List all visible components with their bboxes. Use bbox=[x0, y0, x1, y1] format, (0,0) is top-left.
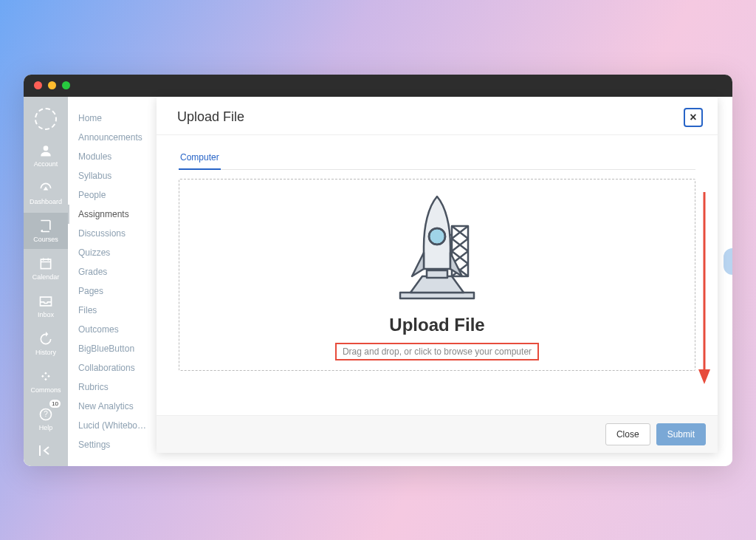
rocket-icon bbox=[371, 189, 504, 307]
course-link-pages[interactable]: Pages bbox=[68, 281, 157, 301]
nav-label: Courses bbox=[33, 236, 58, 243]
file-dropzone[interactable]: Upload File Drag and drop, or click to b… bbox=[179, 179, 695, 371]
course-link-settings[interactable]: Settings bbox=[68, 435, 157, 454]
nav-label: Inbox bbox=[38, 311, 54, 318]
nav-label: History bbox=[35, 349, 56, 356]
course-link-syllabus[interactable]: Syllabus bbox=[68, 166, 157, 185]
course-link-announcements[interactable]: Announcements bbox=[68, 128, 157, 147]
dropzone-title: Upload File bbox=[389, 315, 484, 335]
submit-button[interactable]: Submit bbox=[656, 423, 706, 445]
svg-marker-9 bbox=[698, 369, 710, 384]
window-titlebar bbox=[24, 75, 732, 97]
global-nav: Account Dashboard Courses Calendar Inbox… bbox=[24, 97, 68, 466]
svg-rect-4 bbox=[427, 270, 447, 278]
course-link-bigbluebutton[interactable]: BigBlueButton bbox=[68, 339, 157, 358]
nav-item-history[interactable]: History bbox=[24, 326, 68, 362]
nav-item-help[interactable]: 10 ? Help bbox=[24, 401, 68, 437]
course-link-files[interactable]: Files bbox=[68, 301, 157, 320]
course-link-newanalytics[interactable]: New Analytics bbox=[68, 397, 157, 416]
close-button[interactable]: Close bbox=[605, 423, 650, 445]
nav-item-commons[interactable]: Commons bbox=[24, 363, 68, 400]
course-menu: Home Announcements Modules Syllabus Peop… bbox=[68, 97, 157, 466]
book-icon bbox=[38, 219, 53, 233]
nav-item-dashboard[interactable]: Dashboard bbox=[24, 175, 68, 211]
nav-label: Calendar bbox=[32, 273, 60, 281]
nav-label: Commons bbox=[30, 386, 61, 394]
dashboard-icon bbox=[38, 181, 53, 196]
nav-label: Help bbox=[39, 424, 53, 431]
dropzone-subtitle: Drag and drop, or click to browse your c… bbox=[335, 343, 539, 360]
modal-close-button[interactable]: × bbox=[684, 108, 703, 127]
course-link-rubrics[interactable]: Rubrics bbox=[68, 377, 157, 397]
upload-file-modal: Upload File × Computer bbox=[157, 97, 718, 453]
window-min-dot[interactable] bbox=[48, 81, 56, 89]
course-link-modules[interactable]: Modules bbox=[68, 147, 157, 166]
help-icon: ? bbox=[38, 407, 53, 422]
collapse-nav-icon[interactable] bbox=[38, 445, 53, 459]
modal-body: Upload File Drag and drop, or click to b… bbox=[157, 170, 718, 415]
course-link-quizzes[interactable]: Quizzes bbox=[68, 243, 157, 262]
svg-text:?: ? bbox=[44, 410, 48, 418]
modal-tabs: Computer bbox=[157, 135, 718, 170]
close-icon: × bbox=[690, 111, 696, 124]
modal-footer: Close Submit bbox=[157, 415, 718, 453]
nav-item-inbox[interactable]: Inbox bbox=[24, 288, 68, 324]
course-link-lucid[interactable]: Lucid (Whiteboard) bbox=[68, 416, 157, 435]
course-link-collaborations[interactable]: Collaborations bbox=[68, 358, 157, 377]
course-link-outcomes[interactable]: Outcomes bbox=[68, 320, 157, 339]
nav-label: Account bbox=[34, 160, 58, 168]
help-bubble-icon[interactable] bbox=[724, 248, 732, 275]
nav-item-calendar[interactable]: Calendar bbox=[24, 250, 68, 287]
svg-point-0 bbox=[44, 146, 49, 151]
course-link-people[interactable]: People bbox=[68, 185, 157, 205]
tab-computer[interactable]: Computer bbox=[179, 152, 221, 170]
canvas-logo-icon[interactable] bbox=[35, 108, 57, 130]
course-link-grades[interactable]: Grades bbox=[68, 262, 157, 281]
user-icon bbox=[38, 143, 53, 158]
course-link-home[interactable]: Home bbox=[68, 109, 157, 128]
app-body: Account Dashboard Courses Calendar Inbox… bbox=[24, 97, 732, 466]
modal-header: Upload File × bbox=[157, 97, 718, 135]
nav-item-courses[interactable]: Courses bbox=[24, 213, 68, 249]
inbox-icon bbox=[38, 294, 53, 309]
window-max-dot[interactable] bbox=[62, 81, 70, 89]
window-close-dot[interactable] bbox=[34, 81, 42, 89]
course-link-assignments[interactable]: Assignments bbox=[68, 205, 157, 224]
modal-title: Upload File bbox=[177, 109, 244, 125]
nav-item-account[interactable]: Account bbox=[24, 137, 68, 174]
calendar-icon bbox=[38, 256, 53, 271]
badge: 10 bbox=[49, 400, 61, 408]
history-icon bbox=[38, 332, 53, 346]
commons-icon bbox=[38, 369, 53, 384]
annotation-arrow bbox=[697, 192, 712, 384]
nav-label: Dashboard bbox=[30, 198, 62, 205]
course-link-discussions[interactable]: Discussions bbox=[68, 224, 157, 243]
browser-window: Account Dashboard Courses Calendar Inbox… bbox=[24, 75, 732, 466]
